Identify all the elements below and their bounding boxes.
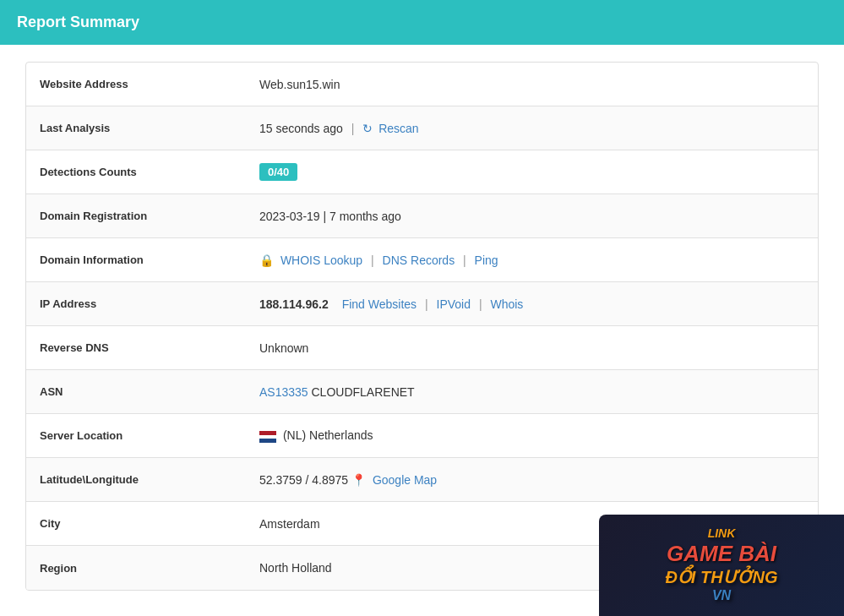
- label-domain-registration: Domain Registration: [26, 199, 246, 232]
- rescan-icon: ↻: [362, 122, 373, 135]
- label-last-analysis: Last Analysis: [26, 112, 246, 144]
- dns-records-link[interactable]: DNS Records: [383, 253, 455, 267]
- value-ip-address: 188.114.96.2 Find Websites | IPVoid | Wh…: [246, 287, 818, 321]
- value-last-analysis: 15 seconds ago | ↻ Rescan: [246, 112, 818, 145]
- analysis-time: 15 seconds ago: [259, 122, 343, 135]
- lock-icon: 🔒: [259, 253, 274, 267]
- whois-link[interactable]: Whois: [490, 297, 523, 311]
- label-ip-address: IP Address: [26, 287, 246, 320]
- row-detections: Detections Counts 0/40: [26, 150, 818, 194]
- ad-line3: ĐỔI THƯỞNG: [665, 567, 777, 587]
- row-ip-address: IP Address 188.114.96.2 Find Websites | …: [26, 282, 818, 326]
- ad-line4: VN: [665, 587, 777, 603]
- row-last-analysis: Last Analysis 15 seconds ago | ↻ Rescan: [26, 106, 818, 150]
- row-server-location: Server Location (NL) Netherlands: [26, 414, 818, 458]
- label-reverse-dns: Reverse DNS: [26, 331, 246, 364]
- row-latlong: Latitude\Longitude 52.3759 / 4.8975 📍 Go…: [26, 458, 818, 502]
- ip-value: 188.114.96.2: [259, 297, 329, 311]
- label-region: Region: [26, 552, 246, 585]
- value-latlong: 52.3759 / 4.8975 📍 Google Map: [246, 463, 818, 497]
- asn-link[interactable]: AS13335: [259, 385, 308, 399]
- value-reverse-dns: Unknown: [246, 331, 818, 365]
- row-website-address: Website Address Web.sun15.win: [26, 63, 818, 106]
- latlong-value: 52.3759 / 4.8975: [259, 473, 348, 487]
- ad-banner[interactable]: LINK GAME BÀI ĐỔI THƯỞNG VN: [599, 515, 844, 616]
- asn-name-text: CLOUDFLARENET: [312, 385, 415, 399]
- row-domain-information: Domain Information 🔒 WHOIS Lookup | DNS …: [26, 238, 818, 282]
- country-code-text: (NL): [283, 428, 309, 442]
- find-websites-link[interactable]: Find Websites: [342, 297, 417, 311]
- ad-text: LINK GAME BÀI ĐỔI THƯỞNG VN: [665, 526, 777, 603]
- google-map-link[interactable]: Google Map: [373, 473, 437, 487]
- label-latlong: Latitude\Longitude: [26, 463, 246, 496]
- value-domain-registration: 2023-03-19 | 7 months ago: [246, 199, 818, 233]
- value-detections: 0/40: [246, 153, 818, 191]
- ping-link[interactable]: Ping: [475, 253, 498, 267]
- label-city: City: [26, 507, 246, 540]
- value-website-address: Web.sun15.win: [246, 68, 818, 101]
- ipvoid-link[interactable]: IPVoid: [437, 297, 471, 311]
- ad-line2: GAME BÀI: [665, 541, 777, 567]
- report-header: Report Summary: [0, 0, 844, 45]
- ad-line1: LINK: [665, 526, 777, 541]
- value-asn: AS13335 CLOUDFLARENET: [246, 375, 818, 409]
- label-asn: ASN: [26, 375, 246, 408]
- row-domain-registration: Domain Registration 2023-03-19 | 7 month…: [26, 194, 818, 238]
- whois-lookup-link[interactable]: WHOIS Lookup: [280, 253, 362, 267]
- label-detections: Detections Counts: [26, 155, 246, 188]
- label-server-location: Server Location: [26, 419, 246, 452]
- detection-badge: 0/40: [259, 163, 297, 181]
- rescan-link[interactable]: Rescan: [378, 122, 418, 135]
- pin-icon: 📍: [351, 473, 366, 487]
- row-reverse-dns: Reverse DNS Unknown: [26, 326, 818, 370]
- row-asn: ASN AS13335 CLOUDFLARENET: [26, 370, 818, 414]
- country-name: Netherlands: [309, 428, 373, 442]
- report-table: Website Address Web.sun15.win Last Analy…: [25, 62, 819, 591]
- value-server-location: (NL) Netherlands: [246, 418, 818, 452]
- value-domain-information: 🔒 WHOIS Lookup | DNS Records | Ping: [246, 243, 818, 277]
- netherlands-flag: [259, 431, 276, 443]
- report-title: Report Summary: [17, 14, 139, 30]
- label-domain-information: Domain Information: [26, 243, 246, 276]
- label-website-address: Website Address: [26, 68, 246, 101]
